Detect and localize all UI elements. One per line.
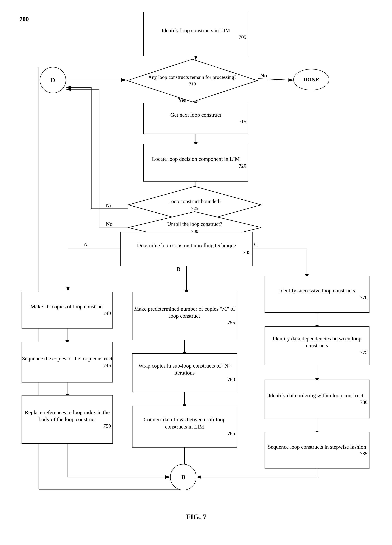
circle-D-bottom: D <box>170 464 196 490</box>
svg-text:No: No <box>260 72 267 78</box>
box-740-label: Make "I" copies of loop construct <box>31 303 104 310</box>
box-765: Connect data flows between sub-loop cons… <box>132 406 237 447</box>
box-770-label: Identify successive loop constructs <box>279 287 355 294</box>
box-740-step: 740 <box>103 310 112 317</box>
box-705-label: Identify loop constructs in LIM <box>162 27 230 34</box>
box-705-step: 705 <box>239 34 248 41</box>
svg-text:B: B <box>177 266 180 272</box>
box-780-step: 780 <box>360 399 369 406</box>
circle-done-label: DONE <box>303 76 319 83</box>
box-705: Identify loop constructs in LIM 705 <box>143 12 248 56</box>
box-715-label: Get next loop construct <box>170 111 221 118</box>
box-720-step: 720 <box>239 163 248 170</box>
box-750-step: 750 <box>103 423 112 430</box>
box-755-step: 755 <box>227 319 236 326</box>
box-720-label: Locate loop decision component in LIM <box>152 155 240 162</box>
diamond-710: Any loop constructs remain for processin… <box>126 58 258 103</box>
box-785-step: 785 <box>360 451 369 458</box>
box-750: Replace references to loop index in the … <box>22 395 113 444</box>
box-760-label: Wrap copies in sub-loop constructs of "N… <box>132 362 236 377</box>
box-785: Sequence loop constructs in stepwise fas… <box>265 432 369 469</box>
circle-D-top: D <box>40 67 66 93</box>
box-745-label: Sequence the copies of the loop construc… <box>22 355 112 362</box>
page-label: 700 <box>19 16 29 23</box>
box-760-step: 760 <box>227 376 236 383</box>
box-770-step: 770 <box>360 294 369 301</box>
box-770: Identify successive loop constructs 770 <box>265 276 369 313</box>
box-735: Determine loop construct unrolling techn… <box>120 232 253 266</box>
box-760: Wrap copies in sub-loop constructs of "N… <box>132 353 237 392</box>
box-720: Locate loop decision component in LIM 72… <box>143 144 248 181</box>
figure-label: FIG. 7 <box>159 513 233 521</box>
circle-done: DONE <box>293 69 329 90</box>
box-750-label: Replace references to loop index in the … <box>22 409 112 423</box>
box-715: Get next loop construct 715 <box>143 103 248 134</box>
box-735-step: 735 <box>243 249 252 256</box>
box-780-label: Identify data ordering within loop const… <box>268 392 366 399</box>
diamond-725-label: Loop construct bounded?725 <box>152 198 237 212</box>
box-745-step: 745 <box>103 362 112 369</box>
box-745: Sequence the copies of the loop construc… <box>22 342 113 383</box>
svg-text:No: No <box>106 221 112 227</box>
box-785-label: Sequence loop constructs in stepwise fas… <box>268 443 366 451</box>
box-765-label: Connect data flows between sub-loop cons… <box>132 416 236 430</box>
svg-text:A: A <box>84 241 88 247</box>
box-755: Make predetermined number of copies "M" … <box>132 292 237 340</box>
box-775: Identify data dependencies between loop … <box>265 326 369 365</box>
diamond-710-label: Any loop constructs remain for processin… <box>137 74 248 87</box>
circle-D-bottom-label: D <box>181 474 186 481</box>
box-740: Make "I" copies of loop construct 740 <box>22 292 113 328</box>
circle-D-top-label: D <box>51 76 55 84</box>
svg-line-3 <box>258 79 293 80</box>
box-780: Identify data ordering within loop const… <box>265 380 369 418</box>
box-715-step: 715 <box>239 118 248 125</box>
box-755-label: Make predetermined number of copies "M" … <box>132 305 236 320</box>
svg-text:No: No <box>106 203 112 209</box>
box-765-step: 765 <box>227 430 236 437</box>
diamond-730-label: Unroll the loop construct?730 <box>152 221 238 234</box>
box-775-label: Identify data dependencies between loop … <box>265 335 369 349</box>
box-775-step: 775 <box>360 349 369 356</box>
diagram-container: 700 <box>0 0 392 534</box>
box-735-label: Determine loop construct unrolling techn… <box>137 242 236 249</box>
